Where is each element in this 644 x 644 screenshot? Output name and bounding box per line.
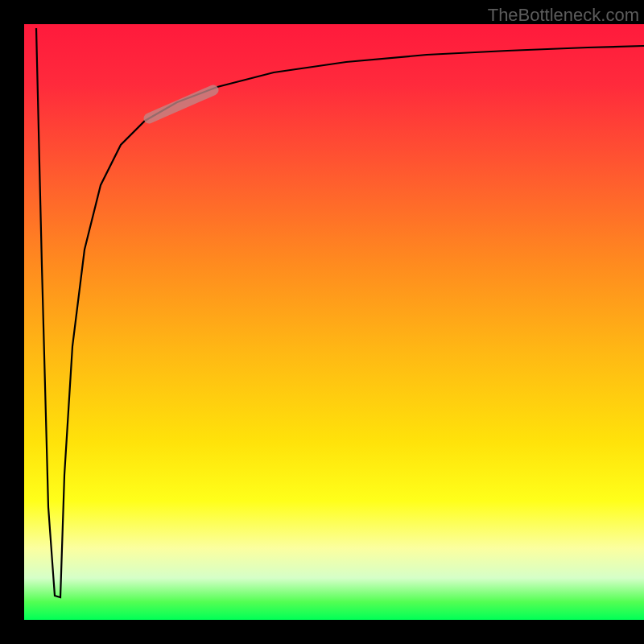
bottleneck-curve [24, 24, 644, 620]
chart-container: TheBottleneck.com [0, 0, 644, 644]
plot-area [24, 24, 644, 620]
attribution-text: TheBottleneck.com [488, 5, 639, 26]
